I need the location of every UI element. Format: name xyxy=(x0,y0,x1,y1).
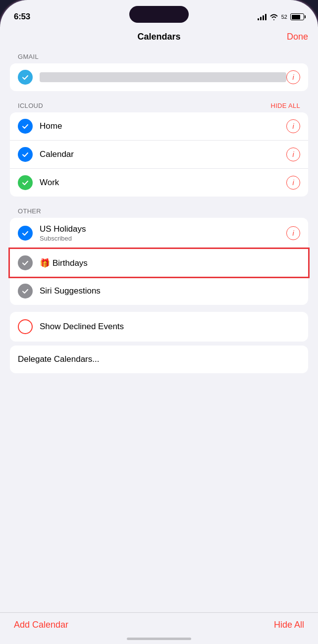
battery-icon xyxy=(290,13,304,20)
delegate-calendars-card: Delegate Calendars... xyxy=(10,346,308,373)
add-calendar-button[interactable]: Add Calendar xyxy=(14,620,68,630)
siri-suggestions-row[interactable]: Siri Suggestions xyxy=(10,277,308,305)
page-title: Calendars xyxy=(137,32,180,42)
show-declined-row[interactable]: Show Declined Events xyxy=(10,312,308,342)
dynamic-island xyxy=(129,6,189,23)
checkmark-icon xyxy=(21,122,29,130)
gift-icon: 🎁 xyxy=(40,258,50,268)
birthdays-check[interactable] xyxy=(18,255,33,270)
home-indicator xyxy=(127,638,191,640)
birthdays-row[interactable]: 🎁Birthdays xyxy=(10,249,308,277)
home-calendar-row[interactable]: Home i xyxy=(10,112,308,140)
nav-header: Calendars Done xyxy=(0,27,318,46)
birthdays-name: 🎁Birthdays xyxy=(40,258,300,268)
signal-bars-icon xyxy=(258,13,266,20)
gmail-email-blurred xyxy=(40,72,286,82)
home-info-button[interactable]: i xyxy=(286,119,300,133)
gmail-info-button[interactable]: i xyxy=(286,70,300,84)
siri-check[interactable] xyxy=(18,284,33,298)
icloud-card: Home i Calendar i xyxy=(10,112,308,197)
icloud-section-label: ICLOUD HIDE ALL xyxy=(0,95,318,112)
main-content: Calendars Done GMAIL i xyxy=(0,27,318,644)
wifi-icon xyxy=(269,13,278,20)
us-holidays-row[interactable]: US Holidays Subscribed i xyxy=(10,218,308,248)
us-holidays-sub: Subscribed xyxy=(40,235,286,242)
other-section-label: OTHER xyxy=(0,200,318,218)
us-holidays-name: US Holidays Subscribed xyxy=(40,224,286,242)
icloud-hide-all-button[interactable]: HIDE ALL xyxy=(271,102,301,109)
calendar-info-button[interactable]: i xyxy=(286,148,300,161)
checkmark-icon xyxy=(21,229,29,237)
battery-percentage: 52 xyxy=(281,14,287,20)
us-holidays-info-button[interactable]: i xyxy=(286,226,300,240)
work-calendar-name: Work xyxy=(40,178,286,188)
calendar-calendar-name: Calendar xyxy=(40,149,286,159)
checkmark-icon xyxy=(21,287,29,295)
checkmark-icon xyxy=(21,259,29,267)
phone-frame: 6:53 52 xyxy=(0,0,318,644)
home-check[interactable] xyxy=(18,119,33,134)
calendar-check[interactable] xyxy=(18,147,33,162)
done-button[interactable]: Done xyxy=(287,32,308,42)
gmail-section-label: GMAIL xyxy=(0,46,318,63)
birthdays-row-container: 🎁Birthdays xyxy=(10,248,308,277)
calendar-calendar-row[interactable]: Calendar i xyxy=(10,140,308,168)
home-calendar-name: Home xyxy=(40,121,286,131)
gmail-check[interactable] xyxy=(18,70,33,85)
checkmark-icon xyxy=(21,179,29,187)
delegate-calendars-row[interactable]: Delegate Calendars... xyxy=(10,346,308,373)
us-holidays-check[interactable] xyxy=(18,226,33,241)
delegate-calendars-label: Delegate Calendars... xyxy=(18,354,300,364)
checkmark-icon xyxy=(21,73,29,81)
show-declined-check[interactable] xyxy=(18,319,33,334)
checkmark-icon xyxy=(21,150,29,158)
show-declined-card: Show Declined Events xyxy=(10,312,308,342)
work-calendar-row[interactable]: Work i xyxy=(10,168,308,197)
work-check[interactable] xyxy=(18,175,33,190)
hide-all-button[interactable]: Hide All xyxy=(274,620,304,630)
status-icons: 52 xyxy=(258,13,304,20)
phone-screen: 6:53 52 xyxy=(0,0,318,644)
gmail-card: i xyxy=(10,63,308,91)
work-info-button[interactable]: i xyxy=(286,176,300,190)
status-time: 6:53 xyxy=(14,12,30,22)
siri-suggestions-name: Siri Suggestions xyxy=(40,286,300,296)
gmail-row[interactable]: i xyxy=(10,63,308,91)
show-declined-label: Show Declined Events xyxy=(40,322,300,332)
other-card: US Holidays Subscribed i xyxy=(10,218,308,305)
